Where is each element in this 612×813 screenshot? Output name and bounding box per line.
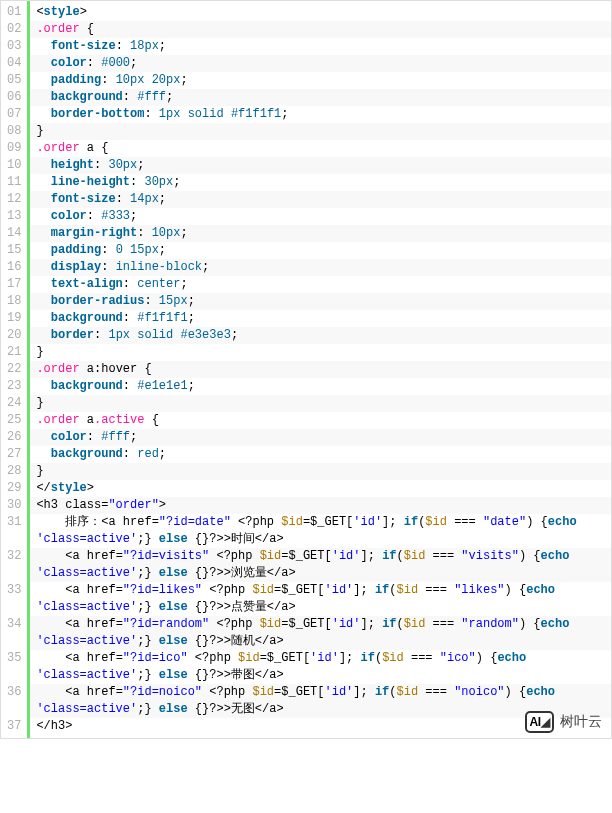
code-line: .order a.active {	[30, 412, 611, 429]
code-token: "date"	[483, 515, 526, 529]
code-token: ===	[418, 685, 454, 699]
line-number: 14	[1, 225, 27, 242]
code-token: :	[87, 209, 101, 223]
code-token: else	[159, 532, 188, 546]
code-token: $id	[397, 583, 419, 597]
code-token: color	[51, 430, 87, 444]
code-token: 'class=active'	[36, 702, 137, 716]
code-token: font-size	[51, 192, 116, 206]
code-token: =$_GET[	[274, 685, 324, 699]
code-token: .order	[36, 362, 79, 376]
code-token: if	[404, 515, 418, 529]
line-number: 24	[1, 395, 27, 412]
code-token: 20px	[152, 73, 181, 87]
line-number: 07	[1, 106, 27, 123]
code-line: margin-right: 10px;	[30, 225, 611, 242]
code-token: }	[36, 124, 43, 138]
code-token: :	[130, 175, 144, 189]
code-token: :	[101, 73, 115, 87]
code-token: 1px	[108, 328, 130, 342]
code-token: inline-block	[116, 260, 202, 274]
code-token: ;}	[137, 566, 159, 580]
code-token: }	[36, 345, 43, 359]
code-token: ===	[404, 651, 440, 665]
code-token: "noico"	[454, 685, 504, 699]
code-line: .order {	[30, 21, 611, 38]
code-token: $id	[397, 685, 419, 699]
code-token: if	[382, 549, 396, 563]
code-token: ;	[173, 175, 180, 189]
code-line: height: 30px;	[30, 157, 611, 174]
code-token: :	[94, 328, 108, 342]
code-token: ;}	[137, 668, 159, 682]
code-token: ===	[425, 617, 461, 631]
code-token: background	[51, 447, 123, 461]
code-token: #000	[101, 56, 130, 70]
code-token: ) {	[526, 515, 548, 529]
line-number: 10	[1, 157, 27, 174]
code-token: #f1f1f1	[231, 107, 281, 121]
code-token: 'class=active'	[36, 532, 137, 546]
code-token: :	[94, 158, 108, 172]
code-line: color: #fff;	[30, 429, 611, 446]
code-token: padding	[51, 243, 101, 257]
line-number: 37	[1, 718, 27, 735]
code-line: color: #333;	[30, 208, 611, 225]
code-token: .order	[36, 141, 79, 155]
code-token: ===	[447, 515, 483, 529]
line-number: 27	[1, 446, 27, 463]
code-token: else	[159, 668, 188, 682]
code-block: 0102030405060708091011121314151617181920…	[0, 0, 612, 739]
line-number: 22	[1, 361, 27, 378]
code-token: ;	[231, 328, 238, 342]
code-token: ];	[361, 549, 383, 563]
code-token: ;}	[137, 600, 159, 614]
watermark-logo: AI◢ 树叶云	[525, 711, 603, 733]
code-token: ];	[382, 515, 404, 529]
code-token: ;	[137, 158, 144, 172]
line-number: 05	[1, 72, 27, 89]
code-token: <a href=	[36, 583, 122, 597]
code-line: background: #e1e1e1;	[30, 378, 611, 395]
code-token: :	[101, 260, 115, 274]
line-number: 06	[1, 89, 27, 106]
code-token: .order	[36, 413, 79, 427]
code-token: if	[375, 583, 389, 597]
code-token: background	[51, 311, 123, 325]
code-token: echo	[548, 515, 577, 529]
code-token: style	[51, 481, 87, 495]
code-token: :	[123, 447, 137, 461]
code-line-segment: <a href="?id=ico" <?php $id=$_GET['id'];…	[36, 650, 605, 667]
code-token: 18px	[130, 39, 159, 53]
line-number: 01	[1, 4, 27, 21]
code-token: #fff	[101, 430, 130, 444]
code-token: center	[137, 277, 180, 291]
line-number: 35	[1, 650, 27, 684]
code-token: (	[397, 549, 404, 563]
code-token: "?id=visits"	[123, 549, 209, 563]
code-token: {}?>>点赞量</a>	[188, 600, 296, 614]
code-token: :	[116, 192, 130, 206]
code-token: $id	[252, 685, 274, 699]
code-line-segment: <a href="?id=random" <?php $id=$_GET['id…	[36, 616, 605, 633]
code-token: 0	[116, 243, 123, 257]
code-token: =$_GET[	[260, 651, 310, 665]
code-token: "ico"	[440, 651, 476, 665]
code-area: <style>.order { font-size: 18px; color: …	[30, 1, 611, 738]
line-number: 34	[1, 616, 27, 650]
code-token: >	[80, 5, 87, 19]
code-token: :	[144, 107, 158, 121]
code-token: {}?>>带图</a>	[188, 668, 284, 682]
code-token: ;	[130, 430, 137, 444]
line-number: 32	[1, 548, 27, 582]
code-token: solid	[188, 107, 224, 121]
code-token: echo	[541, 617, 570, 631]
line-number: 02	[1, 21, 27, 38]
line-number: 18	[1, 293, 27, 310]
line-number: 16	[1, 259, 27, 276]
code-token: ];	[353, 583, 375, 597]
code-line: padding: 0 15px;	[30, 242, 611, 259]
code-token: :	[101, 243, 115, 257]
code-line: background: #f1f1f1;	[30, 310, 611, 327]
code-token: :	[123, 90, 137, 104]
